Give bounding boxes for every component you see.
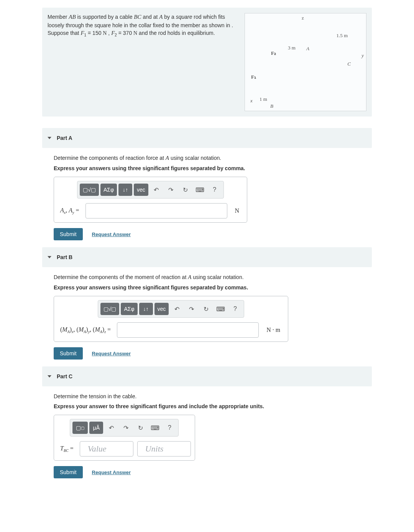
part-c-body: Determine the tension in the cable. Expr… xyxy=(42,386,372,485)
part-b-header[interactable]: Part B xyxy=(42,247,372,267)
part-a-prompt: Determine the components of reaction for… xyxy=(54,155,360,161)
part-b-instructions: Express your answers using three signifi… xyxy=(54,284,360,291)
part-c-header[interactable]: Part C xyxy=(42,366,372,386)
caret-down-icon xyxy=(48,256,51,258)
axis-y: y xyxy=(361,53,364,59)
part-a-answer-box: ▢√▢ ΑΣφ ↓↑ vec ↶ ↷ ↻ ⌨ ? Ax, Ay = N xyxy=(54,177,247,223)
reset-icon[interactable]: ↻ xyxy=(134,422,147,434)
caret-down-icon xyxy=(48,375,51,378)
request-answer-link[interactable]: Request Answer xyxy=(92,232,131,237)
force-F2: F₂ xyxy=(271,50,276,56)
part-b-title: Part B xyxy=(57,254,72,260)
part-c-var-label: TBC = xyxy=(58,445,76,453)
part-a-unit: N xyxy=(231,207,243,214)
part-b-answer-box: ▢√▢ ΑΣφ ↓↑ vec ↶ ↷ ↻ ⌨ ? (MA)x, (MA)y, (… xyxy=(54,296,288,342)
part-a-header[interactable]: Part A xyxy=(42,128,372,148)
part-a-body: Determine the components of reaction for… xyxy=(42,148,372,247)
subsup-button[interactable]: ↓↑ xyxy=(139,303,153,315)
units-button[interactable]: μÅ xyxy=(89,422,103,434)
part-b-body: Determine the components of the moment o… xyxy=(42,267,372,366)
caret-down-icon xyxy=(48,137,51,139)
greek-button[interactable]: ΑΣφ xyxy=(121,303,137,315)
templates-button[interactable]: ▢▢ xyxy=(72,422,88,434)
redo-icon[interactable]: ↷ xyxy=(164,184,177,196)
part-c-instructions: Express your answer to three significant… xyxy=(54,403,360,409)
part-c-prompt: Determine the tension in the cable. xyxy=(54,393,360,399)
part-b-prompt: Determine the components of the moment o… xyxy=(54,274,360,281)
reset-icon[interactable]: ↻ xyxy=(179,184,192,196)
part-c-value-input[interactable]: Value xyxy=(80,441,133,456)
help-icon[interactable]: ? xyxy=(208,184,221,196)
point-A: A xyxy=(306,46,309,52)
submit-button[interactable]: Submit xyxy=(54,466,83,478)
part-b-unit: N · m xyxy=(263,327,284,333)
problem-diagram: z y x 1.5 m 3 m 1 m A B C F₂ F₁ xyxy=(245,13,366,111)
vec-button[interactable]: vec xyxy=(134,184,148,196)
request-answer-link[interactable]: Request Answer xyxy=(92,351,131,356)
templates-button[interactable]: ▢√▢ xyxy=(80,184,99,196)
keyboard-icon[interactable]: ⌨ xyxy=(214,303,227,315)
part-b-var-label: (MA)x, (MA)y, (MA)z = xyxy=(58,326,113,334)
part-b-toolbar: ▢√▢ ΑΣφ ↓↑ vec ↶ ↷ ↻ ⌨ ? xyxy=(98,300,245,318)
request-answer-link[interactable]: Request Answer xyxy=(92,470,131,475)
redo-icon[interactable]: ↷ xyxy=(185,303,198,315)
keyboard-icon[interactable]: ⌨ xyxy=(194,184,207,196)
part-c-toolbar: ▢▢ μÅ ↶ ↷ ↻ ⌨ ? xyxy=(70,419,179,437)
dim-1m: 1 m xyxy=(260,96,267,102)
point-B: B xyxy=(270,103,273,109)
undo-icon[interactable]: ↶ xyxy=(150,184,163,196)
dim-1.5m: 1.5 m xyxy=(336,33,348,39)
axis-z: z xyxy=(302,15,304,21)
part-a-title: Part A xyxy=(57,135,72,141)
greek-button[interactable]: ΑΣφ xyxy=(100,184,117,196)
axis-x: x xyxy=(250,98,253,104)
point-C: C xyxy=(347,61,351,67)
problem-statement: z y x 1.5 m 3 m 1 m A B C F₂ F₁ Member A… xyxy=(42,8,372,117)
part-a-answer-input[interactable] xyxy=(85,203,227,218)
reset-icon[interactable]: ↻ xyxy=(199,303,212,315)
part-c-units-input[interactable]: Units xyxy=(137,441,191,456)
force-F1: F₁ xyxy=(251,74,256,80)
vec-button[interactable]: vec xyxy=(154,303,169,315)
part-c-answer-box: ▢▢ μÅ ↶ ↷ ↻ ⌨ ? TBC = Value Units xyxy=(54,415,195,461)
part-c-title: Part C xyxy=(57,373,72,379)
part-a-instructions: Express your answers using three signifi… xyxy=(54,165,360,171)
part-a-toolbar: ▢√▢ ΑΣφ ↓↑ vec ↶ ↷ ↻ ⌨ ? xyxy=(77,181,224,199)
dim-3m: 3 m xyxy=(288,45,296,51)
redo-icon[interactable]: ↷ xyxy=(119,422,132,434)
part-b-answer-input[interactable] xyxy=(117,322,259,338)
subsup-button[interactable]: ↓↑ xyxy=(118,184,132,196)
undo-icon[interactable]: ↶ xyxy=(170,303,183,315)
undo-icon[interactable]: ↶ xyxy=(105,422,118,434)
submit-button[interactable]: Submit xyxy=(54,228,83,240)
templates-button[interactable]: ▢√▢ xyxy=(100,303,120,315)
keyboard-icon[interactable]: ⌨ xyxy=(148,422,161,434)
help-icon[interactable]: ? xyxy=(163,422,176,434)
submit-button[interactable]: Submit xyxy=(54,347,83,360)
part-a-var-label: Ax, Ay = xyxy=(58,207,82,215)
help-icon[interactable]: ? xyxy=(228,303,242,315)
